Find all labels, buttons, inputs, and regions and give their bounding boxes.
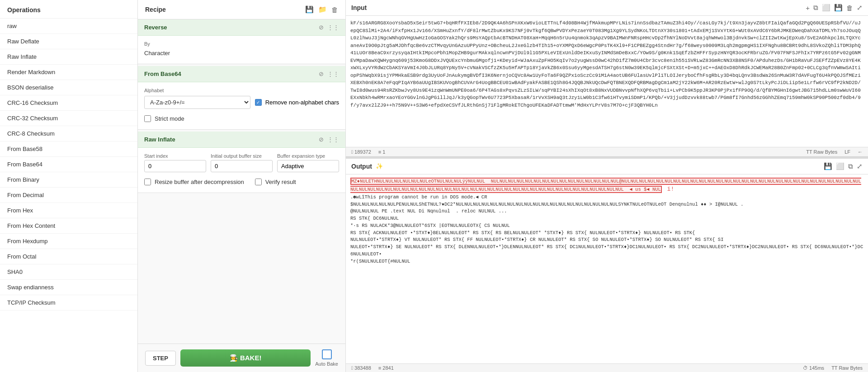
from-base64-drag-icon[interactable]: ⋮⋮	[327, 71, 339, 77]
resize-buffer-label: Resize buffer after decompression	[155, 179, 244, 185]
alphabet-select-wrapper: A-Za-z0-9+/=	[144, 96, 250, 109]
bake-button[interactable]: 🧑‍🍳 BAKE!	[180, 349, 311, 367]
raw-inflate-header: Raw Inflate ⊘ ⋮⋮	[138, 132, 345, 148]
input-title: Input	[351, 4, 367, 11]
folder-icon[interactable]: 📁	[318, 5, 327, 14]
raw-inflate-disable-icon[interactable]: ⊘	[319, 136, 324, 143]
expansion-input[interactable]	[277, 160, 339, 172]
input-window-icon[interactable]: ⧉	[813, 4, 818, 12]
output-lines: 2841	[382, 365, 393, 371]
output-footer:  383488 ≡ 2841 ⏱ 145ms TT Raw Bytes	[346, 363, 868, 372]
sidebar-item-from-hexdump[interactable]: From Hexdump	[0, 234, 137, 249]
sidebar-item-sha0[interactable]: SHA0	[0, 264, 137, 280]
input-lf-label: LF	[844, 149, 850, 155]
raw-inflate-section: Raw Inflate ⊘ ⋮⋮ Start index Initial out…	[138, 132, 345, 193]
input-trash-icon[interactable]: 🗑	[846, 4, 853, 12]
sidebar-item-swap-endianness[interactable]: Swap endianness	[0, 280, 137, 295]
output-highlight-text: MZ♦NULETHNULNULNULNULNULNULeOTNULNULNULÿ…	[350, 179, 861, 193]
by-label: By	[144, 41, 339, 47]
raw-inflate-body: Start index Initial output buffer size B…	[138, 148, 345, 193]
sidebar-item-from-base58[interactable]: From Base58	[0, 141, 137, 157]
trash-icon[interactable]: 🗑	[331, 6, 338, 14]
output-copy-icon[interactable]: ⬜	[836, 162, 844, 170]
input-bytes-label:  189372	[351, 149, 371, 155]
sidebar-item-from-decimal[interactable]: From Decimal	[0, 188, 137, 203]
sidebar-item-bson[interactable]: BSON deserialise	[0, 80, 137, 95]
input-expand-icon[interactable]: ⤢	[857, 4, 863, 12]
raw-inflate-checkboxes: Resize buffer after decompression Verify…	[144, 177, 339, 187]
input-copy-icon[interactable]: ⬜	[822, 4, 830, 12]
reverse-disable-icon[interactable]: ⊘	[319, 24, 324, 31]
resize-buffer-row: Resize buffer after decompression	[144, 177, 244, 187]
buffer-size-label: Initial output buffer size	[211, 153, 273, 159]
from-base64-title: From Base64	[144, 71, 181, 77]
buffer-size-input[interactable]	[211, 160, 273, 172]
step-button[interactable]: STEP	[145, 351, 176, 366]
sidebar-item-raw-inflate[interactable]: Raw Inflate	[0, 49, 137, 65]
sidebar-item-render-markdown[interactable]: Render Markdown	[0, 65, 137, 80]
output-format: Raw Bytes	[839, 365, 863, 371]
wand-icon[interactable]: ✨	[376, 163, 383, 170]
verify-result-label: Verify result	[265, 179, 296, 185]
recipe-header-actions: 💾 📁 🗑	[305, 5, 338, 14]
sidebar-item-crc32[interactable]: CRC-32 Checksum	[0, 111, 137, 126]
output-save-icon[interactable]: 💾	[824, 162, 832, 170]
save-icon[interactable]: 💾	[305, 5, 314, 14]
from-base64-disable-icon[interactable]: ⊘	[319, 71, 324, 77]
reverse-section: Reverse ⊘ ⋮⋮ By Character	[138, 19, 345, 64]
verify-result-row: Verify result	[255, 177, 296, 187]
output-highlight-block: MZ♦NULETHNULNULNULNULNULNULeOTNULNULNULÿ…	[350, 178, 861, 193]
strict-mode-checkbox[interactable]	[144, 115, 151, 122]
reverse-actions: ⊘ ⋮⋮	[319, 24, 339, 31]
sidebar-item-tcp-ip[interactable]: TCP/IP Checksum	[0, 295, 137, 311]
auto-bake-checkbox[interactable]	[322, 349, 332, 359]
output-content[interactable]: MZ♦NULETHNULNULNULNULNULNULeOTNULNULNULÿ…	[346, 174, 868, 363]
recipe-footer: STEP 🧑‍🍳 BAKE! Auto Bake	[138, 344, 345, 372]
from-base64-row: A-Za-z0-9+/= ✓ Remove non-alphabet chars	[144, 96, 339, 109]
sidebar-item-crc16[interactable]: CRC-16 Checksum	[0, 95, 137, 111]
output-time-value: 145ms	[809, 365, 824, 371]
input-footer:  189372 ≡ 1 TT Raw Bytes LF ←	[346, 147, 868, 156]
sidebar-item-from-binary[interactable]: From Binary	[0, 172, 137, 188]
input-add-icon[interactable]: +	[806, 4, 810, 12]
input-section: Input + ⧉ ⬜ 💾 🗑 ⤢ kF/s16ARGRG8XooYsbaD5x…	[346, 0, 868, 156]
input-header: Input + ⧉ ⬜ 💾 🗑 ⤢	[346, 0, 868, 16]
sidebar-item-from-base64[interactable]: From Base64	[0, 157, 137, 172]
start-index-input[interactable]	[144, 160, 206, 172]
alphabet-label: Alphabet	[144, 88, 339, 93]
by-value: Character	[144, 48, 339, 58]
info-icon: ï!	[664, 186, 674, 193]
strict-mode-label: Strict mode	[155, 115, 184, 122]
raw-inflate-actions: ⊘ ⋮⋮	[319, 136, 339, 143]
sidebar-item-raw[interactable]: raw	[0, 19, 137, 34]
recipe-title: Recipe	[145, 6, 166, 13]
input-lines-label: ≡ 1	[378, 149, 386, 155]
sidebar-item-from-octal[interactable]: From Octal	[0, 249, 137, 264]
reverse-drag-icon[interactable]: ⋮⋮	[327, 24, 339, 31]
resize-buffer-checkbox[interactable]	[144, 179, 151, 185]
expansion-field: Buffer expansion type	[277, 153, 339, 172]
remove-non-alphabet-label: Remove non-alphabet chars	[265, 99, 339, 106]
sidebar-title: Operations	[0, 0, 137, 19]
from-base64-body: Alphabet A-Za-z0-9+/= ✓ Remove non-alpha…	[138, 82, 345, 129]
start-index-field: Start index	[144, 153, 206, 172]
output-expand-icon[interactable]: ⤢	[857, 162, 863, 170]
reverse-header: Reverse ⊘ ⋮⋮	[138, 19, 345, 36]
from-base64-actions: ⊘ ⋮⋮	[319, 71, 339, 77]
alphabet-select[interactable]: A-Za-z0-9+/=	[144, 96, 250, 109]
sidebar-item-crc8[interactable]: CRC-8 Checksum	[0, 126, 137, 141]
verify-result-checkbox[interactable]	[255, 179, 262, 185]
raw-inflate-drag-icon[interactable]: ⋮⋮	[327, 136, 339, 143]
auto-bake-area: Auto Bake	[315, 349, 338, 367]
input-header-icons: + ⧉ ⬜ 💾 🗑 ⤢	[806, 4, 863, 12]
remove-non-alphabet-checkbox[interactable]: ✓	[255, 99, 262, 106]
sidebar-item-raw-deflate[interactable]: Raw Deflate	[0, 34, 137, 49]
sidebar-item-from-hex-content[interactable]: From Hex Content	[0, 218, 137, 234]
strict-mode-row: Strict mode	[144, 113, 339, 124]
output-bytes: 383488	[354, 365, 371, 371]
input-content[interactable]: kF/s16ARGRG8XooYsbaD5xSeir5twG7+bqHRfFXI…	[346, 16, 868, 147]
output-window-icon[interactable]: ⧉	[848, 162, 853, 170]
output-time: ⏱ 145ms	[803, 365, 824, 371]
input-save-icon[interactable]: 💾	[834, 4, 843, 12]
sidebar-item-from-hex[interactable]: From Hex	[0, 203, 137, 218]
